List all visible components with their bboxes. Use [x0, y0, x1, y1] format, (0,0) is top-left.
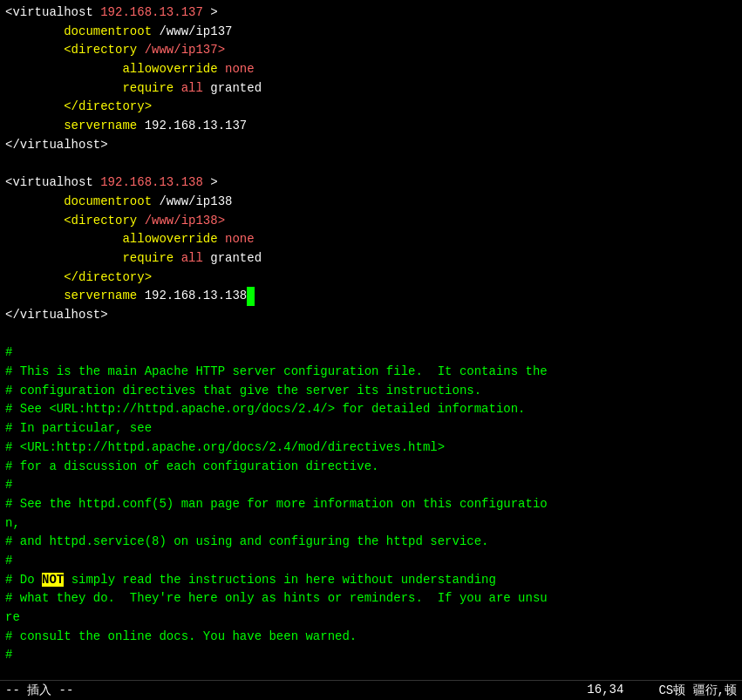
statusbar: -- 插入 -- 16,34 CS顿 疆衍,顿: [0, 680, 742, 700]
text-cursor: [247, 287, 254, 306]
line-33: re: [5, 608, 737, 628]
line-2: documentroot /www/ip137: [5, 23, 737, 42]
line-31: # Do NOT simply read the instructions in…: [5, 571, 737, 590]
highlight-not: NOT: [42, 573, 64, 587]
line-12: <directory /www/ip138>: [5, 212, 737, 231]
line-35: #: [5, 646, 737, 665]
line-34: # consult the online docs. You have been…: [5, 628, 737, 647]
line-1: <virtualhost 192.168.13.137 >: [5, 3, 737, 23]
line-21: # configuration directives that give the…: [5, 382, 737, 401]
line-5: require all granted: [5, 79, 737, 99]
line-18: [5, 325, 737, 344]
line-24: # <URL:http://httpd.apache.org/docs/2.4/…: [5, 438, 737, 458]
line-22: # See <URL:http://httpd.apache.org/docs/…: [5, 400, 737, 419]
cursor-position: 16,34: [587, 683, 623, 698]
editor-content: <virtualhost 192.168.13.137 > documentro…: [0, 0, 742, 680]
line-17: </virtualhost>: [5, 306, 737, 325]
line-20: # This is the main Apache HTTP server co…: [5, 363, 737, 382]
line-14: require all granted: [5, 249, 737, 268]
line-4: allowoverride none: [5, 60, 737, 79]
line-3: <directory /www/ip137>: [5, 41, 737, 60]
line-6: </directory>: [5, 98, 737, 117]
line-26: #: [5, 476, 737, 495]
line-30: #: [5, 552, 737, 571]
line-8: </virtualhost>: [5, 136, 737, 155]
line-25: # for a discussion of each configuration…: [5, 458, 737, 477]
line-13: allowoverride none: [5, 230, 737, 249]
line-11: documentroot /www/ip138: [5, 193, 737, 212]
line-23: # In particular, see: [5, 419, 737, 438]
line-19: #: [5, 343, 737, 363]
encoding-info: CS顿 疆衍,顿: [658, 683, 737, 698]
line-29: # and httpd.service(8) on using and conf…: [5, 533, 737, 552]
line-9: [5, 155, 737, 174]
line-32: # what they do. They're here only as hin…: [5, 589, 737, 608]
line-28: n,: [5, 514, 737, 533]
insert-mode-indicator: -- 插入 --: [5, 683, 73, 698]
line-15: </directory>: [5, 268, 737, 288]
line-27: # See the httpd.conf(5) man page for mor…: [5, 495, 737, 514]
line-16: servername 192.168.13.138: [5, 287, 737, 306]
line-7: servername 192.168.13.137: [5, 117, 737, 136]
line-10: <virtualhost 192.168.13.138 >: [5, 173, 737, 193]
